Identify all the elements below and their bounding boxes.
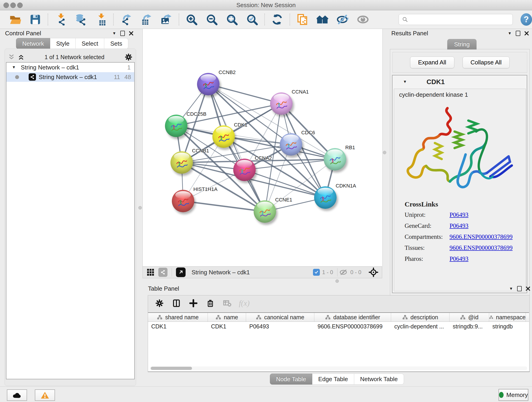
zoom-window-button[interactable] [17,2,23,8]
selected-checkbox-icon[interactable] [313,269,320,276]
column-header-id[interactable]: @id [450,313,489,322]
close-window-button[interactable] [3,2,9,8]
right-splitter-handle[interactable] [383,151,386,154]
import-network-database-icon[interactable] [74,13,87,26]
delete-column-trash-icon[interactable] [205,298,215,308]
search-input[interactable] [410,16,509,23]
clone-network-icon[interactable] [296,13,309,26]
cell-database-identifier[interactable]: 9606.ENSP00000378699 [314,323,391,330]
table-row[interactable]: CDK1CDK1P064939606.ENSP00000378699cyclin… [148,322,529,331]
export-network-icon[interactable] [120,13,133,26]
tab-string[interactable]: String [447,39,476,50]
float-table-icon[interactable] [517,286,522,291]
memory-button[interactable]: Memory [499,389,528,401]
column-header-description[interactable]: description [391,313,450,322]
tab-node-table[interactable]: Node Table [270,374,312,385]
export-table-icon[interactable] [140,13,152,26]
crosslink-link[interactable]: 9606.ENSP00000378699 [450,233,513,240]
create-column-icon[interactable] [188,298,198,308]
tab-network-table[interactable]: Network Table [354,374,404,385]
tab-style[interactable]: Style [50,38,76,49]
collapse-results-icon[interactable]: ▼ [508,31,512,36]
hide-selected-icon[interactable] [336,13,349,26]
crosslink-link[interactable]: 9606.ENSP00000378699 [450,244,513,251]
network-node-ccne1[interactable] [254,200,276,223]
bottom-splitter-handle[interactable] [336,279,339,283]
tree-expander-icon[interactable]: ▼ [12,65,16,70]
network-node-ccna2[interactable] [233,159,256,181]
control-panel: Control Panel ▼ NetworkStyleSelectSets 1… [0,29,138,386]
network-node-ccnb2[interactable] [197,73,220,95]
first-neighbors-icon[interactable] [316,13,329,26]
network-node-cdc6[interactable] [280,133,302,156]
expand-all-networks-icon[interactable] [18,54,25,60]
tab-sets[interactable]: Sets [104,38,128,49]
horizontal-scrollbar[interactable] [150,366,527,370]
export-image-icon[interactable] [160,13,173,26]
network-node-hist1h1a[interactable] [172,190,194,212]
collapse-panel-icon[interactable]: ▼ [112,31,116,36]
import-network-file-icon[interactable] [54,13,67,26]
table-settings-gear-icon[interactable] [154,298,165,308]
network-view-canvas[interactable]: CCNB2 CCNA1 CDC25B CDK1 [143,29,383,266]
card-expander-icon[interactable]: ▼ [403,80,407,84]
zoom-in-icon[interactable] [185,13,198,26]
network-node-cdk1[interactable] [212,125,235,148]
update-network-icon[interactable] [271,13,284,26]
column-header-canonical-name[interactable]: canonical name [246,313,314,322]
cell-description[interactable]: cyclin-dependent ... [391,323,450,330]
zoom-fit-icon[interactable] [225,13,238,26]
show-all-icon[interactable] [356,13,369,26]
network-node-ccna1[interactable] [270,92,293,115]
tab-edge-table[interactable]: Edge Table [312,374,354,385]
zoom-out-icon[interactable] [205,13,218,26]
fit-crosshair-icon[interactable] [369,268,378,277]
cell-canonical-name[interactable]: P06493 [246,323,314,330]
crosslink-link[interactable]: P06493 [450,211,469,218]
cloud-status-button[interactable] [7,389,27,401]
minimize-window-button[interactable] [10,2,16,8]
collapse-table-icon[interactable]: ▼ [509,287,513,291]
network-share-view-icon[interactable] [158,268,167,277]
float-results-icon[interactable] [516,31,520,36]
network-node-cdc25b[interactable] [165,115,187,137]
show-columns-icon[interactable] [171,298,181,308]
left-splitter-handle[interactable] [138,206,142,210]
cell-shared-name[interactable]: CDK1 [148,323,208,330]
open-session-icon[interactable] [9,13,22,26]
zoom-selected-icon[interactable] [246,13,259,26]
column-header-database-identifier[interactable]: database identifier [314,313,391,322]
network-node-cdkn1a[interactable] [314,186,336,209]
collapse-all-button[interactable]: Collapse All [462,57,510,68]
search-box[interactable] [399,14,513,25]
help-button[interactable]: ? [520,13,532,26]
network-collection-row[interactable]: ▼ String Network – cdk1 1 [6,63,134,72]
network-options-gear-icon[interactable] [124,53,133,61]
close-results-icon[interactable] [525,31,529,36]
tab-network[interactable]: Network [16,38,50,49]
grid-view-icon[interactable] [146,268,155,276]
crosslink-link[interactable]: P06493 [450,222,469,230]
expand-all-button[interactable]: Expand All [410,57,454,68]
network-node-ccnb1[interactable] [171,151,193,174]
float-panel-icon[interactable] [120,31,125,36]
column-header-name[interactable]: name [208,313,246,322]
network-row-selected[interactable]: String Network – cdk1 11 48 [6,72,134,82]
column-header-shared-name[interactable]: shared name [148,313,208,322]
warning-status-button[interactable] [35,389,55,401]
collapse-all-networks-icon[interactable] [8,54,15,60]
save-session-icon[interactable] [29,13,42,26]
close-table-icon[interactable] [526,287,530,291]
control-panel-tabs: NetworkStyleSelectSets [16,38,128,49]
cell-id[interactable]: stringdb:9... [450,323,489,330]
network-node-rb1[interactable] [324,148,346,171]
cell-name[interactable]: CDK1 [208,323,246,330]
crosslink-link[interactable]: P06493 [450,255,469,262]
tab-select[interactable]: Select [76,38,104,49]
import-table-file-icon[interactable] [94,13,107,26]
birds-eye-view-icon[interactable] [176,268,186,277]
cell-namespace[interactable]: stringdb [489,323,526,330]
scrollbar-thumb[interactable] [151,367,192,370]
column-header-namespace[interactable]: namespace [489,313,526,322]
close-panel-icon[interactable] [129,31,133,36]
